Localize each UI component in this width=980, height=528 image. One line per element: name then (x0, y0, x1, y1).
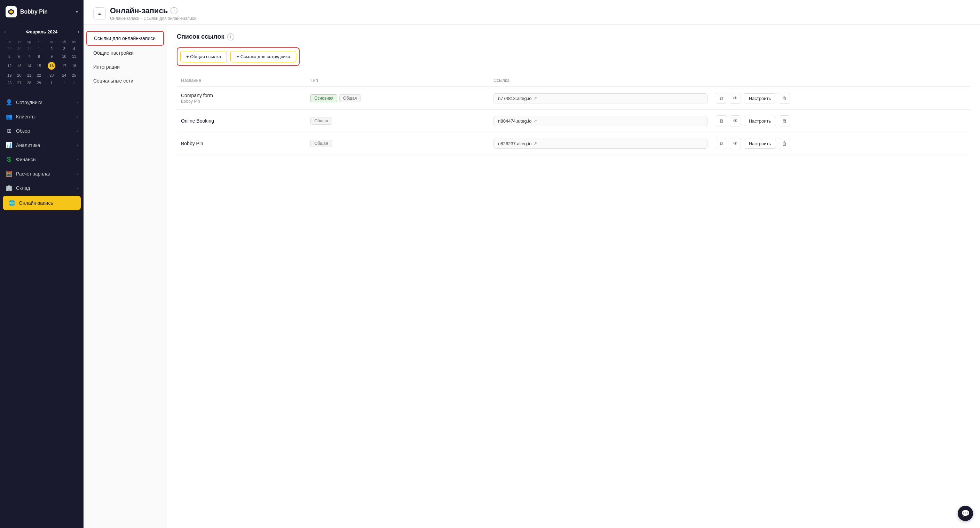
add-general-link-button[interactable]: + Общая ссылка (180, 51, 227, 62)
sidebar-item-payroll[interactable]: 🧮 Расчет зарплат › (0, 166, 84, 181)
calendar-day[interactable]: 1 (44, 80, 59, 86)
calendar-day[interactable]: 15 (35, 61, 43, 71)
calendar-day[interactable]: 29 (5, 45, 14, 52)
external-link-icon[interactable]: ↗ (533, 141, 537, 146)
calendar-day[interactable]: 1 (35, 45, 43, 52)
calendar-day[interactable]: 7 (25, 53, 34, 60)
nav-icon-payroll: 🧮 (6, 170, 13, 177)
sub-nav-item-social[interactable]: Социальные сети (86, 74, 164, 88)
sub-nav: Ссылки для онлайн-записиОбщие настройкиИ… (84, 25, 167, 528)
chat-bubble[interactable]: 💬 (958, 506, 973, 521)
nav-icon-clients: 👥 (6, 113, 13, 120)
content-area: Ссылки для онлайн-записиОбщие настройкиИ… (84, 25, 980, 528)
configure-button[interactable]: Настроить (744, 93, 776, 104)
menu-icon: ≡ (98, 11, 101, 16)
breadcrumb-item-1[interactable]: Онлайн-запись (110, 16, 140, 21)
sub-nav-item-general[interactable]: Общие настройки (86, 46, 164, 59)
preview-link-button[interactable]: 👁 (730, 93, 741, 104)
sidebar-item-online_booking[interactable]: 🌐 Онлайн-запись (3, 196, 81, 210)
row-actions-1: ⧉ 👁 Настроить 🗑 (712, 110, 970, 132)
calendar-day[interactable]: 31 (25, 45, 34, 52)
sidebar-item-finance[interactable]: 💲 Финансы › (0, 152, 84, 166)
row-name-0: Company formBobby Pin (177, 87, 306, 110)
sidebar-item-clients[interactable]: 👥 Клиенты › (0, 109, 84, 124)
calendar-header: ‹ Февраль 2024 › (4, 29, 80, 35)
nav-section: 👤 Сотрудники › 👥 Клиенты › ⊞ Обзор › 📊 А… (0, 92, 84, 528)
calendar-day[interactable]: 3 (70, 80, 79, 86)
header-title-area: Онлайн-запись i Онлайн-запись › Ссылки д… (110, 6, 196, 21)
configure-button[interactable]: Настроить (744, 116, 776, 126)
nav-icon-finance: 💲 (6, 156, 13, 163)
sub-nav-item-integrations[interactable]: Интеграции (86, 60, 164, 73)
delete-link-button[interactable]: 🗑 (779, 115, 790, 126)
calendar-day[interactable]: 9 (44, 53, 59, 60)
add-employee-link-button[interactable]: + Ссылка для сотрудника (231, 51, 296, 62)
calendar-day[interactable]: 17 (59, 61, 68, 71)
calendar-day[interactable]: 24 (59, 72, 68, 79)
calendar-day[interactable]: 2 (44, 45, 59, 52)
delete-link-button[interactable]: 🗑 (779, 138, 790, 149)
calendar-day[interactable]: 6 (14, 53, 24, 60)
add-general-link-label: + Общая ссылка (186, 54, 221, 59)
preview-link-button[interactable]: 👁 (730, 115, 741, 126)
col-link: Ссылка (489, 74, 711, 87)
sidebar-item-warehouse[interactable]: 🏢 Склад › (0, 181, 84, 195)
breadcrumb-item-2[interactable]: Ссылки для онлайн-записи (144, 16, 197, 21)
calendar-day[interactable]: 13 (14, 61, 24, 71)
sidebar-logo[interactable]: Bobby Pin (6, 6, 48, 18)
calendar-day[interactable]: 27 (14, 80, 24, 86)
calendar-day[interactable]: 11 (70, 53, 79, 60)
calendar-day[interactable]: 28 (25, 80, 34, 86)
calendar-day[interactable]: 10 (59, 53, 68, 60)
configure-button[interactable]: Настроить (744, 139, 776, 149)
calendar-day[interactable]: 5 (5, 53, 14, 60)
copy-link-button[interactable]: ⧉ (716, 93, 727, 104)
sidebar-item-overview[interactable]: ⊞ Обзор › (0, 124, 84, 138)
calendar-day[interactable]: 25 (70, 72, 79, 79)
row-actions-2: ⧉ 👁 Настроить 🗑 (712, 132, 970, 155)
calendar-day[interactable]: 22 (35, 72, 43, 79)
calendar-day[interactable]: 26 (5, 80, 14, 86)
calendar-day[interactable]: 29 (35, 80, 43, 86)
calendar-day[interactable]: 2 (59, 80, 68, 86)
calendar-day[interactable]: 12 (5, 61, 14, 71)
sub-nav-item-links[interactable]: Ссылки для онлайн-записи (86, 31, 164, 46)
col-name: Название (177, 74, 306, 87)
calendar-day[interactable]: 23 (44, 72, 59, 79)
nav-label-analytics: Аналитика (16, 142, 40, 148)
row-name-1: Online Booking (177, 110, 306, 132)
external-link-icon[interactable]: ↗ (533, 96, 537, 100)
calendar-day[interactable]: 8 (35, 53, 43, 60)
copy-link-button[interactable]: ⧉ (716, 115, 727, 126)
table-row: Bobby PinОбщая n826237.alteg.io ↗ ⧉ 👁 На… (177, 132, 970, 155)
calendar-day[interactable]: 18 (70, 61, 79, 71)
calendar-day[interactable]: 21 (25, 72, 34, 79)
main-content: ≡ Онлайн-запись i Онлайн-запись › Ссылки… (84, 0, 980, 528)
calendar-day[interactable]: 16 (44, 61, 59, 71)
row-type-0: ОсновнаяОбщая (306, 87, 489, 110)
link-cell: n804474.alteg.io ↗ (493, 116, 707, 126)
company-chevron-icon[interactable]: ▾ (76, 10, 78, 14)
top-header: ≡ Онлайн-запись i Онлайн-запись › Ссылки… (84, 0, 980, 25)
copy-link-button[interactable]: ⧉ (716, 138, 727, 149)
calendar-day[interactable]: 20 (14, 72, 24, 79)
calendar-day[interactable]: 30 (14, 45, 24, 52)
calendar-day[interactable]: 4 (70, 45, 79, 52)
breadcrumb: Онлайн-запись › Ссылки для онлайн-записи (110, 16, 196, 21)
calendar-day[interactable]: 14 (25, 61, 34, 71)
calendar-day[interactable]: 19 (5, 72, 14, 79)
menu-button[interactable]: ≡ (93, 7, 106, 20)
section-info-icon[interactable]: i (227, 33, 234, 40)
sidebar-item-analytics[interactable]: 📊 Аналитика › (0, 138, 84, 152)
chat-icon: 💬 (961, 509, 970, 518)
calendar-day[interactable]: 3 (59, 45, 68, 52)
badge-gray: Общая (310, 140, 332, 147)
calendar-day-header: пт (44, 39, 59, 45)
sidebar-item-employees[interactable]: 👤 Сотрудники › (0, 95, 84, 109)
header-info-icon[interactable]: i (170, 7, 178, 14)
calendar-next-button[interactable]: › (78, 29, 80, 35)
external-link-icon[interactable]: ↗ (533, 118, 537, 123)
preview-link-button[interactable]: 👁 (730, 138, 741, 149)
calendar-prev-button[interactable]: ‹ (4, 29, 6, 35)
delete-link-button[interactable]: 🗑 (779, 93, 790, 104)
